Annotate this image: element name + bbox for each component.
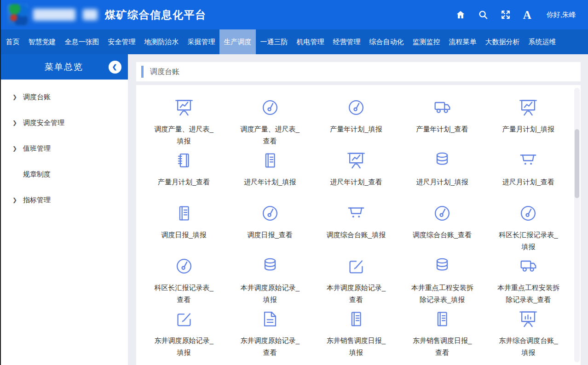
font-size-icon[interactable]: A bbox=[523, 9, 531, 21]
sidebar-item-4[interactable]: ❯规章制度 bbox=[0, 161, 128, 187]
app-card[interactable]: 东井调度原始记录_填报 bbox=[141, 308, 227, 361]
app-card-label: 产量年计划_填报 bbox=[330, 123, 382, 135]
sidebar-item-2[interactable]: ❯调度安全管理 bbox=[0, 110, 128, 136]
app-card[interactable]: 科区长汇报记录表_填报 bbox=[485, 203, 571, 256]
nav-tab-8[interactable]: 一通三防 bbox=[256, 29, 292, 54]
app-card[interactable]: 产量月计划_填报 bbox=[485, 97, 571, 150]
app-card[interactable]: 调度综合台账_查看 bbox=[399, 203, 485, 256]
notebook-icon bbox=[173, 150, 195, 171]
app-card[interactable]: 进尺月计划_填报 bbox=[399, 150, 485, 203]
chevron-right-icon: ❯ bbox=[12, 145, 17, 152]
sidebar-item-1[interactable]: ❯调度台账 bbox=[0, 84, 128, 110]
app-card[interactable]: 本井重点工程安装拆除记录表_填报 bbox=[399, 256, 485, 308]
nav-tab-10[interactable]: 经营管理 bbox=[329, 29, 365, 54]
app-card-label: 产量月计划_查看 bbox=[158, 176, 210, 188]
sidebar-title: 菜单总览 bbox=[45, 61, 83, 73]
app-card[interactable]: 进尺年计划_填报 bbox=[227, 150, 313, 203]
app-card-grid: 调度产量、进尺表_填报调度产量、进尺表_查看产量年计划_填报产量年计划_查看产量… bbox=[141, 97, 571, 361]
nav-tab-4[interactable]: 安全管理 bbox=[104, 29, 140, 54]
app-card[interactable]: 东井销售调度日报_查看 bbox=[399, 308, 485, 361]
nav-tab-6[interactable]: 采掘管理 bbox=[183, 29, 219, 54]
sidebar-item-5[interactable]: ❯指标管理 bbox=[0, 187, 128, 213]
book-lines-icon bbox=[432, 308, 453, 330]
board-line-chart-icon bbox=[346, 150, 367, 171]
database-icon bbox=[259, 256, 281, 277]
app-card[interactable]: 产量年计划_填报 bbox=[313, 97, 399, 150]
app-card-label: 调度日报_查看 bbox=[248, 229, 293, 241]
fullscreen-icon[interactable] bbox=[501, 10, 511, 20]
gauge-icon bbox=[432, 203, 453, 224]
app-card-label: 东井综合调度台账_填报 bbox=[496, 335, 560, 358]
app-card-label: 产量年计划_查看 bbox=[416, 123, 468, 135]
app-window: 煤矿综合信息化平台 A 你好,朱峰 首页智慧党建全息一张图安全管理地测防治水采掘… bbox=[0, 0, 588, 365]
app-card[interactable]: 东井销售调度日报_填报 bbox=[313, 308, 399, 361]
app-card-label: 本井重点工程安装拆除记录表_查看 bbox=[496, 282, 560, 305]
app-card[interactable]: 调度日报_查看 bbox=[227, 203, 313, 256]
sidebar-item-label: 调度安全管理 bbox=[23, 119, 64, 127]
sidebar: 菜单总览 ❮ ❯调度台账❯调度安全管理❯值班管理❯规章制度❯指标管理 bbox=[0, 54, 128, 365]
redacted-text bbox=[83, 9, 98, 20]
app-card-label: 进尺月计划_查看 bbox=[502, 176, 554, 188]
home-icon[interactable] bbox=[455, 10, 466, 20]
sidebar-item-3[interactable]: ❯值班管理 bbox=[0, 136, 128, 161]
window-left-edge bbox=[0, 0, 1, 365]
app-card-label: 进尺年计划_查看 bbox=[330, 176, 382, 188]
app-card[interactable]: 本井重点工程安装拆除记录表_查看 bbox=[485, 256, 571, 308]
nav-tab-3[interactable]: 全息一张图 bbox=[60, 29, 104, 54]
app-card-label: 科区长汇报记录表_查看 bbox=[152, 282, 216, 305]
app-card[interactable]: 进尺月计划_查看 bbox=[485, 150, 571, 203]
main-content: 调度台账 调度产量、进尺表_填报调度产量、进尺表_查看产量年计划_填报产量年计划… bbox=[128, 54, 588, 365]
app-card[interactable]: 东井调度原始记录_查看 bbox=[227, 308, 313, 361]
app-card[interactable]: 进尺年计划_查看 bbox=[313, 150, 399, 203]
nav-tab-15[interactable]: 系统运维 bbox=[524, 29, 560, 54]
app-card[interactable]: 本井调度原始记录_填报 bbox=[227, 256, 313, 308]
app-card[interactable]: 调度日报_填报 bbox=[141, 203, 227, 256]
scrollbar[interactable] bbox=[574, 88, 580, 362]
brand-area: 煤矿综合信息化平台 bbox=[7, 4, 207, 25]
app-card[interactable]: 产量月计划_查看 bbox=[141, 150, 227, 203]
app-card-label: 东井销售调度日报_查看 bbox=[410, 335, 474, 358]
nav-tab-1[interactable]: 首页 bbox=[1, 29, 24, 54]
chevron-right-icon: ❯ bbox=[12, 197, 17, 203]
truck-icon bbox=[432, 97, 453, 118]
content-panel: 调度产量、进尺表_填报调度产量、进尺表_查看产量年计划_填报产量年计划_查看产量… bbox=[136, 85, 581, 365]
scrollbar-thumb[interactable] bbox=[575, 129, 579, 198]
app-card[interactable]: 本井调度原始记录_查看 bbox=[313, 256, 399, 308]
app-card-label: 东井调度原始记录_查看 bbox=[238, 335, 302, 358]
app-card[interactable]: 调度产量、进尺表_填报 bbox=[141, 97, 227, 150]
chevron-right-icon: ❯ bbox=[12, 94, 17, 100]
redacted-text bbox=[33, 9, 75, 21]
app-card[interactable]: 调度产量、进尺表_查看 bbox=[227, 97, 313, 150]
search-icon[interactable] bbox=[478, 10, 488, 20]
user-greeting[interactable]: 你好,朱峰 bbox=[547, 11, 576, 19]
app-card[interactable]: 调度综合台账_填报 bbox=[313, 203, 399, 256]
board-bar-chart-icon bbox=[518, 308, 539, 330]
collapse-sidebar-button[interactable]: ❮ bbox=[109, 61, 121, 74]
gauge-icon bbox=[346, 97, 367, 118]
app-card-label: 东井销售调度日报_填报 bbox=[324, 335, 388, 358]
app-card[interactable]: 产量年计划_查看 bbox=[399, 97, 485, 150]
main-nav: 首页智慧党建全息一张图安全管理地测防治水采掘管理生产调度一通三防机电管理经营管理… bbox=[0, 29, 588, 54]
nav-tab-11[interactable]: 综合自动化 bbox=[365, 29, 408, 54]
chevron-right-icon: ❯ bbox=[12, 120, 17, 126]
app-title: 煤矿综合信息化平台 bbox=[105, 8, 207, 22]
nav-tab-5[interactable]: 地测防治水 bbox=[140, 29, 183, 54]
nav-tab-12[interactable]: 监测监控 bbox=[408, 29, 444, 54]
body-row: 菜单总览 ❮ ❯调度台账❯调度安全管理❯值班管理❯规章制度❯指标管理 调度台账 … bbox=[0, 54, 588, 365]
nav-tab-13[interactable]: 流程菜单 bbox=[444, 29, 481, 54]
app-card[interactable]: 东井综合调度台账_填报 bbox=[485, 308, 571, 361]
nav-tab-14[interactable]: 大数据分析 bbox=[481, 29, 524, 54]
nav-tab-2[interactable]: 智慧党建 bbox=[24, 29, 60, 54]
sidebar-menu: ❯调度台账❯调度安全管理❯值班管理❯规章制度❯指标管理 bbox=[0, 80, 128, 213]
app-card-label: 调度综合台账_填报 bbox=[327, 229, 386, 241]
gauge-icon bbox=[259, 203, 281, 224]
gauge-icon bbox=[259, 97, 281, 118]
app-card-label: 本井调度原始记录_查看 bbox=[324, 282, 388, 305]
nav-tab-9[interactable]: 机电管理 bbox=[292, 29, 329, 54]
app-card-label: 调度产量、进尺表_查看 bbox=[238, 123, 302, 147]
sidebar-item-label: 调度台账 bbox=[23, 93, 51, 102]
nav-tab-7[interactable]: 生产调度 bbox=[219, 29, 256, 54]
board-line-chart-icon bbox=[518, 97, 539, 118]
app-card[interactable]: 科区长汇报记录表_查看 bbox=[141, 256, 227, 308]
cart-icon bbox=[346, 203, 367, 224]
